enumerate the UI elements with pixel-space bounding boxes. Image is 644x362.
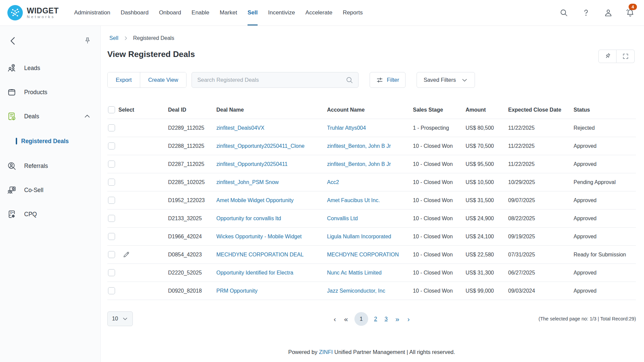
chevron-up-icon[interactable] (84, 113, 91, 120)
help-icon[interactable] (581, 8, 591, 18)
sidebar-item-referrals[interactable]: Referrals (0, 154, 100, 178)
account-name-link[interactable]: zinfitest_Benton, John B Jr (327, 143, 391, 149)
sidebar-item-leads[interactable]: Leads (0, 56, 100, 80)
next-page-button[interactable]: › (406, 315, 411, 322)
deal-name-link[interactable]: zinfitest_Opportunty20250411_Clone (216, 143, 305, 149)
registered-deals-table: Select Deal ID Deal Name Account Name Sa… (107, 101, 636, 300)
nav-item-reports[interactable]: Reports (343, 0, 363, 25)
sales-stage-cell: 10 - Closed Won (413, 143, 466, 149)
expected-close-date-cell: 11/22/2025 (508, 161, 574, 167)
deal-name-link[interactable]: Opportunity for convallis ltd (216, 216, 281, 221)
footer-brand-link[interactable]: ZINFI (319, 349, 333, 355)
page-number-1[interactable]: 1 (354, 312, 368, 326)
footer: Powered by ZINFI Unified Partner Managem… (107, 349, 636, 355)
row-checkbox[interactable] (108, 233, 115, 240)
amount-cell: US$ 31,300 (466, 270, 508, 276)
row-checkbox[interactable] (108, 179, 115, 186)
nav-item-administration[interactable]: Administration (74, 0, 110, 25)
filter-button[interactable]: Filter (370, 72, 406, 88)
create-view-button[interactable]: Create View (140, 72, 186, 87)
account-name-link[interactable]: Amet Faucibus Ut Inc. (327, 197, 380, 203)
nav-item-dashboard[interactable]: Dashboard (121, 0, 149, 25)
brand-title: WIDGET (27, 7, 59, 15)
nav-item-market[interactable]: Market (220, 0, 237, 25)
row-checkbox[interactable] (108, 251, 115, 258)
export-button[interactable]: Export (108, 72, 140, 87)
filter-button-label: Filter (387, 77, 399, 83)
sidebar-item-label: Co-Sell (24, 187, 43, 194)
logo-network-icon (7, 5, 23, 20)
page-number-3[interactable]: 3 (383, 316, 389, 322)
sidebar-item-products[interactable]: Products (0, 80, 100, 104)
expand-fullscreen-button[interactable] (616, 50, 635, 63)
deal-name-link[interactable]: Opportunity Identified for Electra (216, 270, 293, 276)
deal-name-link[interactable]: zinfitest_Deals04VX (216, 125, 264, 131)
deal-name-link[interactable]: MECHDYNE CORPORATION DEAL (216, 252, 304, 257)
status-cell: Approved (574, 288, 636, 294)
nav-item-onboard[interactable]: Onboard (159, 0, 181, 25)
table-header-row: Select Deal ID Deal Name Account Name Sa… (107, 101, 636, 119)
search-input[interactable] (197, 77, 345, 83)
nav-item-incentivize[interactable]: Incentivize (268, 0, 295, 25)
nav-item-accelerate[interactable]: Accelerate (306, 0, 332, 25)
sidebar-item-deals[interactable]: $Deals (0, 104, 100, 128)
row-checkbox[interactable] (108, 124, 115, 131)
row-checkbox[interactable] (108, 215, 115, 222)
row-checkbox[interactable] (108, 142, 115, 149)
search-icon[interactable] (559, 8, 569, 18)
deal-name-link[interactable]: zinfitest_John_PSM Snow (216, 179, 279, 185)
app-logo[interactable]: WIDGET Networks (7, 5, 59, 20)
last-page-button[interactable]: » (394, 315, 401, 322)
sidebar-item-cpq[interactable]: $ CPQ (0, 202, 100, 226)
deal-name-link[interactable]: zinfitest_Opportunty20250411 (216, 161, 287, 167)
expected-close-date-cell: 11/22/2025 (508, 143, 574, 149)
expected-close-date-cell: 09/19/2025 (508, 234, 574, 240)
account-name-link[interactable]: Convallis Ltd (327, 216, 358, 221)
row-checkbox[interactable] (108, 287, 115, 294)
page-number-2[interactable]: 2 (373, 316, 378, 322)
account-name-link[interactable]: Nunc Ac Mattis Limited (327, 270, 382, 276)
breadcrumb: Sell Registered Deals (107, 35, 636, 42)
account-name-link[interactable]: Acc2 (327, 179, 339, 185)
deal-name-link[interactable]: Wickes Opportunity - Mobile Widget (216, 234, 302, 239)
search-input-icon[interactable] (345, 76, 354, 84)
sales-stage-cell: 10 - Closed Won (413, 252, 466, 258)
deal-name-link[interactable]: PRM Opportunity (216, 288, 258, 294)
collapse-sidebar-icon[interactable] (8, 36, 18, 46)
row-checkbox[interactable] (108, 269, 115, 276)
table-row: D0920_82018PRM OpportunityJazz Semicondu… (107, 282, 636, 300)
previous-page-button[interactable]: ‹ (332, 315, 338, 322)
account-name-link[interactable]: Ligula Nullam Incorporated (327, 234, 391, 239)
deal-id-cell: D2220_52025 (168, 270, 216, 276)
account-name-link[interactable]: Jazz Semiconductor, Inc (327, 288, 385, 294)
expected-close-date-cell: 06/27/2025 (508, 270, 574, 276)
deal-id-cell: D1952_122023 (168, 197, 216, 203)
user-icon[interactable] (603, 8, 613, 18)
active-indicator-bar (16, 138, 17, 144)
edit-icon[interactable] (122, 251, 130, 258)
sidebar-item-co-sell[interactable]: $ Co-Sell (0, 178, 100, 202)
amount-cell: US$ 24,900 (466, 216, 508, 222)
page-size-select[interactable]: 10 (107, 311, 133, 326)
select-all-checkbox[interactable] (108, 106, 115, 113)
bell-icon[interactable]: 4 (625, 8, 635, 18)
first-page-button[interactable]: « (342, 315, 350, 322)
deal-name-link[interactable]: Amet Mobile Widget Opportunity (216, 197, 293, 203)
saved-filters-label: Saved Filters (424, 77, 456, 83)
saved-filters-button[interactable]: Saved Filters (417, 72, 475, 88)
account-name-link[interactable]: Truhlar Attys004 (327, 125, 366, 131)
row-checkbox[interactable] (108, 161, 115, 168)
nav-item-enable[interactable]: Enable (192, 0, 209, 25)
nav-item-sell[interactable]: Sell (248, 0, 258, 25)
table-row: D2287_112025zinfitest_Opportunty20250411… (107, 155, 636, 173)
pin-sidebar-icon[interactable] (84, 37, 92, 45)
sidebar-subitem-registered-deals[interactable]: Registered Deals (0, 128, 100, 154)
main-content: Sell Registered Deals View Registered De… (101, 26, 644, 362)
page-title: View Registered Deals (107, 50, 195, 59)
status-cell: Ready for Submission (574, 252, 636, 258)
breadcrumb-parent[interactable]: Sell (109, 35, 118, 41)
pin-page-button[interactable] (598, 50, 616, 63)
account-name-link[interactable]: MECHDYNE CORPORATION (327, 252, 399, 257)
account-name-link[interactable]: zinfitest_Benton, John B Jr (327, 161, 391, 167)
row-checkbox[interactable] (108, 197, 115, 204)
